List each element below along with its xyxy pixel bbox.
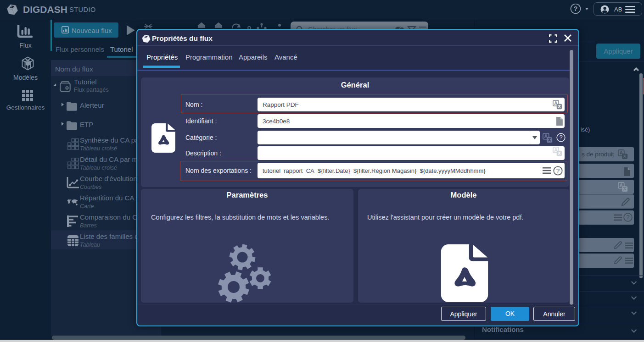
svg-text:?: ? [627,214,630,221]
svg-text:?: ? [574,5,578,12]
svg-text:?: ? [559,134,562,141]
svg-text:?: ? [556,167,560,174]
